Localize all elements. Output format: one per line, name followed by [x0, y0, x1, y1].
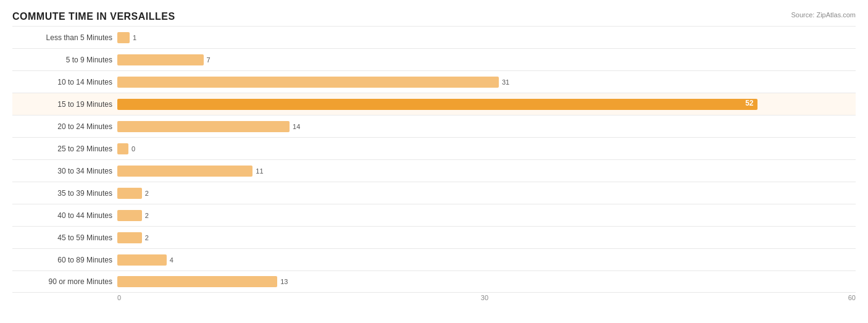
- bar-fill: [117, 166, 252, 177]
- row-label: 30 to 34 Minutes: [12, 167, 117, 175]
- bar-row: 20 to 24 Minutes14: [12, 115, 856, 137]
- bar-value: 2: [145, 234, 149, 241]
- bar-row: 15 to 19 Minutes52: [12, 93, 856, 115]
- source-label: Source: ZipAtlas.com: [791, 11, 856, 19]
- bar-row: 10 to 14 Minutes31: [12, 70, 856, 93]
- bar-track: 52: [117, 98, 856, 111]
- x-tick: 30: [481, 294, 488, 301]
- x-tick: 60: [848, 294, 856, 301]
- row-label: 90 or more Minutes: [12, 277, 117, 286]
- bar-track: 14: [117, 120, 856, 133]
- x-tick: 0: [117, 294, 121, 301]
- bar-fill: [117, 32, 130, 43]
- bar-track: 4: [117, 253, 856, 267]
- bar-value: 4: [170, 256, 173, 264]
- row-label: 35 to 39 Minutes: [12, 189, 117, 198]
- bar-track: 1: [117, 31, 856, 44]
- bar-fill: [117, 210, 142, 221]
- bar-row: 35 to 39 Minutes2: [12, 182, 856, 204]
- chart-title: COMMUTE TIME IN VERSAILLES: [12, 11, 856, 22]
- bar-value: 7: [207, 56, 211, 64]
- row-label: 60 to 89 Minutes: [12, 256, 117, 264]
- bar-fill: [117, 188, 142, 199]
- bar-row: 5 to 9 Minutes7: [12, 48, 856, 70]
- row-label: Less than 5 Minutes: [12, 33, 117, 42]
- bar-value: 0: [131, 145, 135, 153]
- bar-fill: [117, 77, 499, 88]
- bar-track: 0: [117, 142, 856, 156]
- bar-row: 25 to 29 Minutes0: [12, 137, 856, 159]
- bar-fill: [117, 143, 128, 154]
- row-label: 20 to 24 Minutes: [12, 122, 117, 131]
- bar-fill: [117, 276, 277, 287]
- bar-fill: [117, 232, 142, 243]
- bar-track: 2: [117, 187, 856, 200]
- x-axis: 03060: [117, 294, 856, 301]
- bar-row: Less than 5 Minutes1: [12, 26, 856, 48]
- bar-value: 14: [293, 123, 300, 130]
- bar-track: 31: [117, 75, 856, 89]
- chart-container: COMMUTE TIME IN VERSAILLES Source: ZipAt…: [0, 0, 868, 323]
- bar-fill: [117, 254, 167, 266]
- bar-value: 11: [256, 167, 263, 175]
- bar-track: 7: [117, 53, 856, 67]
- bar-fill: [117, 54, 204, 65]
- bar-value: 13: [280, 278, 288, 285]
- bar-value: 31: [502, 78, 509, 86]
- bar-row: 90 or more Minutes13: [12, 271, 856, 293]
- bar-rows: Less than 5 Minutes15 to 9 Minutes710 to…: [12, 26, 856, 293]
- row-label: 15 to 19 Minutes: [12, 100, 117, 109]
- row-label: 10 to 14 Minutes: [12, 78, 117, 86]
- bar-value: 2: [145, 212, 149, 219]
- chart-area: Less than 5 Minutes15 to 9 Minutes710 to…: [12, 26, 856, 301]
- bar-row: 60 to 89 Minutes4: [12, 248, 856, 271]
- bar-track: 11: [117, 164, 856, 178]
- bar-row: 40 to 44 Minutes2: [12, 204, 856, 226]
- bar-fill: 52: [117, 99, 757, 110]
- row-label: 45 to 59 Minutes: [12, 233, 117, 242]
- bar-fill: [117, 121, 290, 132]
- bar-track: 2: [117, 231, 856, 245]
- bar-value: 1: [133, 34, 136, 41]
- bar-track: 13: [117, 275, 856, 288]
- bar-value: 2: [145, 190, 149, 197]
- bar-row: 30 to 34 Minutes11: [12, 159, 856, 182]
- row-label: 25 to 29 Minutes: [12, 145, 117, 153]
- bar-value: 52: [745, 99, 753, 107]
- row-label: 40 to 44 Minutes: [12, 211, 117, 220]
- row-label: 5 to 9 Minutes: [12, 56, 117, 64]
- bar-row: 45 to 59 Minutes2: [12, 226, 856, 248]
- bar-track: 2: [117, 209, 856, 222]
